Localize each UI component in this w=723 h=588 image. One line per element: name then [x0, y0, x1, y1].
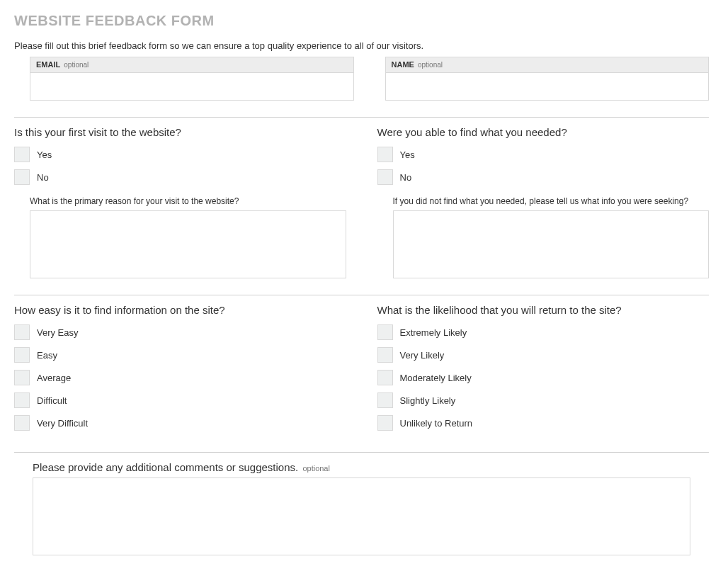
- q2-question: Were you able to find what you needed?: [377, 126, 710, 138]
- email-label: EMAIL: [36, 60, 60, 69]
- q3-opt-0: Very Easy: [14, 324, 346, 340]
- q3-opt-2: Average: [14, 370, 346, 385]
- divider: [14, 452, 709, 453]
- name-field[interactable]: [385, 72, 710, 101]
- divider: [14, 117, 709, 118]
- name-optional: optional: [418, 61, 443, 69]
- q4-question: What is the likelihood that you will ret…: [377, 304, 710, 316]
- q1-no-label: No: [37, 172, 49, 183]
- divider: [14, 295, 709, 295]
- q4-label-2: Moderately Likely: [400, 373, 472, 383]
- intro-text: Please fill out this brief feedback form…: [14, 40, 709, 51]
- name-label: NAME: [392, 60, 414, 69]
- q2-no-checkbox[interactable]: [377, 169, 393, 185]
- q4-checkbox-2[interactable]: [377, 370, 393, 385]
- q4-checkbox-3[interactable]: [377, 392, 393, 408]
- q1-textarea[interactable]: [30, 210, 346, 278]
- q3-label-1: Easy: [37, 350, 57, 361]
- q2-yes-row: Yes: [377, 147, 710, 162]
- q4-opt-3: Slightly Likely: [377, 392, 710, 408]
- email-header: EMAIL optional: [30, 57, 354, 72]
- q1-yes-row: Yes: [14, 147, 346, 162]
- q4-label-3: Slightly Likely: [400, 395, 456, 406]
- q4-opt-0: Extremely Likely: [377, 324, 710, 340]
- q1-sub-label: What is the primary reason for your visi…: [30, 196, 346, 206]
- q2-no-row: No: [377, 169, 710, 185]
- comments-label-row: Please provide any additional comments o…: [33, 461, 709, 473]
- page-title: WEBSITE FEEDBACK FORM: [14, 13, 709, 29]
- q4-label-1: Very Likely: [400, 350, 445, 361]
- q4-checkbox-4[interactable]: [377, 415, 393, 431]
- comments-textarea[interactable]: [33, 477, 690, 555]
- q4-label-4: Unlikely to Return: [400, 418, 473, 429]
- email-optional: optional: [64, 61, 89, 69]
- q2-yes-checkbox[interactable]: [377, 147, 393, 162]
- q3-opt-1: Easy: [14, 347, 346, 363]
- q3-checkbox-1[interactable]: [14, 347, 30, 363]
- q3-label-4: Very Difficult: [37, 418, 88, 429]
- q3-label-0: Very Easy: [37, 327, 79, 338]
- q4-opt-1: Very Likely: [377, 347, 710, 363]
- email-field[interactable]: [30, 72, 354, 101]
- q4-label-0: Extremely Likely: [400, 327, 467, 338]
- q2-sub-label: If you did not find what you needed, ple…: [393, 196, 710, 206]
- q4-checkbox-0[interactable]: [377, 324, 393, 340]
- q3-checkbox-3[interactable]: [14, 392, 30, 408]
- q1-no-checkbox[interactable]: [14, 169, 30, 185]
- q2-textarea[interactable]: [393, 210, 710, 278]
- comments-optional: optional: [302, 464, 330, 473]
- q3-question: How easy is it to find information on th…: [14, 304, 346, 316]
- q1-question: Is this your first visit to the website?: [14, 126, 346, 138]
- comments-label: Please provide any additional comments o…: [33, 461, 298, 473]
- q3-checkbox-4[interactable]: [14, 415, 30, 431]
- q2-yes-label: Yes: [400, 149, 415, 160]
- q3-opt-4: Very Difficult: [14, 415, 346, 431]
- q4-opt-2: Moderately Likely: [377, 370, 710, 385]
- q3-label-3: Difficult: [37, 395, 67, 406]
- q1-yes-label: Yes: [37, 149, 52, 160]
- q3-checkbox-0[interactable]: [14, 324, 30, 340]
- q3-checkbox-2[interactable]: [14, 370, 30, 385]
- q3-opt-3: Difficult: [14, 392, 346, 408]
- q2-no-label: No: [400, 172, 412, 183]
- q1-no-row: No: [14, 169, 346, 185]
- q3-label-2: Average: [37, 373, 71, 383]
- name-header: NAME optional: [385, 57, 710, 72]
- q4-opt-4: Unlikely to Return: [377, 415, 710, 431]
- q4-checkbox-1[interactable]: [377, 347, 393, 363]
- q1-yes-checkbox[interactable]: [14, 147, 30, 162]
